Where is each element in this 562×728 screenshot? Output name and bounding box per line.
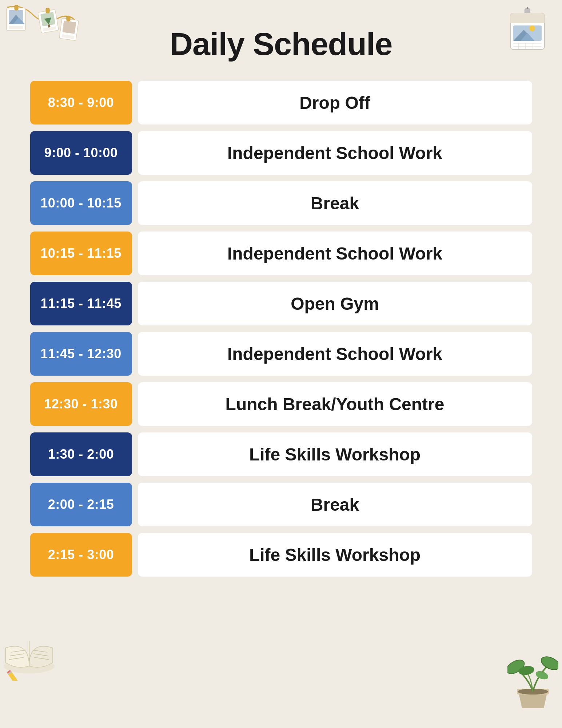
schedule-row: 8:30 - 9:00Drop Off	[30, 81, 532, 124]
time-badge: 2:15 - 3:00	[30, 533, 132, 577]
activity-label: Independent School Work	[227, 344, 442, 364]
deco-photo-string	[0, 0, 84, 73]
activity-label: Independent School Work	[227, 244, 442, 264]
activity-box: Lunch Break/Youth Centre	[138, 382, 532, 426]
deco-plant	[507, 644, 558, 710]
svg-rect-20	[510, 19, 545, 23]
activity-label: Independent School Work	[227, 143, 442, 163]
activity-box: Life Skills Workshop	[138, 533, 532, 577]
schedule-row: 9:00 - 10:00Independent School Work	[30, 131, 532, 175]
page-title: Daily Schedule	[29, 25, 533, 63]
activity-label: Break	[311, 495, 359, 515]
activity-box: Independent School Work	[138, 131, 532, 175]
header: Daily Schedule	[29, 15, 533, 81]
time-badge: 8:30 - 9:00	[30, 81, 132, 124]
svg-rect-11	[46, 8, 49, 13]
schedule-row: 11:15 - 11:45Open Gym	[30, 282, 532, 325]
schedule-row: 1:30 - 2:00Life Skills Workshop	[30, 432, 532, 476]
activity-box: Open Gym	[138, 282, 532, 325]
time-badge: 10:15 - 11:15	[30, 232, 132, 275]
activity-box: Independent School Work	[138, 332, 532, 376]
schedule-row: 12:30 - 1:30Lunch Break/Youth Centre	[30, 382, 532, 426]
schedule-row: 2:15 - 3:00Life Skills Workshop	[30, 533, 532, 577]
time-badge: 11:15 - 11:45	[30, 282, 132, 325]
deco-calendar	[507, 7, 547, 51]
activity-label: Open Gym	[291, 294, 379, 314]
svg-rect-15	[67, 16, 70, 21]
schedule-row: 10:15 - 11:15Independent School Work	[30, 232, 532, 275]
svg-rect-2	[9, 26, 23, 29]
activity-label: Life Skills Workshop	[249, 545, 420, 565]
activity-label: Life Skills Workshop	[249, 444, 420, 464]
time-badge: 1:30 - 2:00	[30, 432, 132, 476]
deco-book	[2, 637, 56, 681]
time-badge: 2:00 - 2:15	[30, 483, 132, 526]
time-badge: 12:30 - 1:30	[30, 382, 132, 426]
time-badge: 9:00 - 10:00	[30, 131, 132, 175]
svg-rect-13	[62, 21, 76, 34]
time-badge: 11:45 - 12:30	[30, 332, 132, 376]
schedule-row: 11:45 - 12:30Independent School Work	[30, 332, 532, 376]
time-badge: 10:00 - 10:15	[30, 181, 132, 225]
schedule-row: 2:00 - 2:15Break	[30, 483, 532, 526]
activity-box: Break	[138, 483, 532, 526]
activity-box: Life Skills Workshop	[138, 432, 532, 476]
svg-point-24	[529, 25, 535, 31]
activity-box: Drop Off	[138, 81, 532, 124]
activity-label: Drop Off	[299, 93, 370, 113]
activity-box: Break	[138, 181, 532, 225]
schedule-row: 10:00 - 10:15Break	[30, 181, 532, 225]
schedule-list: 8:30 - 9:00Drop Off9:00 - 10:00Independe…	[30, 81, 532, 577]
activity-label: Break	[311, 193, 359, 213]
activity-box: Independent School Work	[138, 232, 532, 275]
svg-rect-5	[15, 5, 18, 10]
activity-label: Lunch Break/Youth Centre	[226, 394, 445, 414]
page-container: Daily Schedule 8:30 - 9:00Drop Off9:00 -…	[0, 0, 562, 728]
